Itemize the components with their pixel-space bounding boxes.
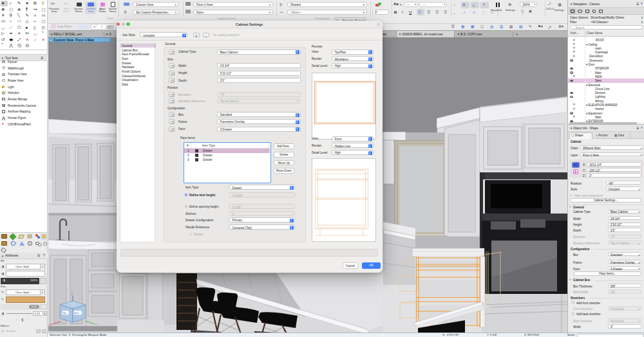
svg-text:Rgt: Rgt — [63, 312, 66, 314]
svg-text:Back: Back — [74, 312, 79, 314]
